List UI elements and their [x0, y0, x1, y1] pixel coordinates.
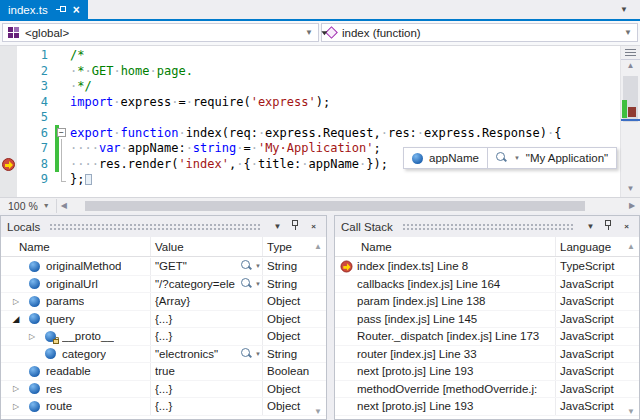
variable-name: originalUrl [46, 278, 98, 290]
stack-frame-row[interactable]: next [proto.js] Line 193JavaScript [335, 398, 639, 416]
datatip-variable[interactable]: appName [404, 148, 487, 168]
scroll-up-icon[interactable]: ▲ [627, 243, 635, 251]
variable-value: "electronics" [155, 348, 241, 360]
chevron-down-icon[interactable]: ▼ [255, 281, 261, 287]
stack-frame-row[interactable]: next [proto.js] Line 193JavaScript [335, 363, 639, 381]
variable-name-cell: ▷res [1, 381, 150, 398]
variable-type-cell: String [262, 258, 310, 275]
expander-icon[interactable]: ▷ [9, 297, 23, 306]
locals-row[interactable]: readabletrueBoolean [1, 363, 326, 381]
stack-frame-row[interactable]: Router._dispatch [index.js] Line 173Java… [335, 328, 639, 346]
column-value[interactable]: Value [150, 237, 262, 256]
variable-value-cell[interactable]: {...} [150, 398, 262, 415]
callstack-title-bar[interactable]: Call Stack ▼ × [335, 216, 639, 237]
column-name[interactable]: Name [1, 241, 150, 253]
pin-icon[interactable] [289, 220, 302, 233]
close-icon[interactable]: × [73, 4, 80, 16]
editor-split-handle-icon[interactable] [621, 46, 640, 60]
variable-value-cell[interactable]: {...} [150, 328, 262, 345]
close-icon[interactable]: × [307, 223, 320, 231]
datatip-value[interactable]: ▼ "My Application" [487, 148, 616, 168]
stack-frame-row[interactable]: callbacks [index.js] Line 164JavaScript [335, 276, 639, 294]
scroll-right-icon[interactable]: ▶ [624, 201, 640, 210]
chevron-down-icon[interactable]: ▼ [255, 351, 261, 357]
scroll-down-icon[interactable]: ▼ [621, 183, 640, 195]
tab-index-ts[interactable]: index.ts × [0, 0, 88, 19]
property-icon [29, 278, 40, 289]
variable-value-cell[interactable]: {...} [150, 381, 262, 398]
code-editor[interactable]: 123456789 − /*·*·GET·home·page.·*/import… [0, 46, 640, 197]
scope-dropdown[interactable]: <global> ▼ [2, 23, 319, 42]
fold-collapse-icon[interactable]: − [57, 128, 66, 137]
variable-value-cell[interactable]: "electronics"▼ [150, 346, 262, 363]
close-icon[interactable]: × [620, 223, 633, 231]
visualizer-control[interactable]: ▼ [241, 278, 262, 290]
stack-frame-row[interactable]: index [index.ts] Line 8TypeScript [335, 258, 639, 276]
visualizer-control[interactable]: ▼ [241, 260, 262, 272]
locals-row[interactable]: ▷__proto__{...}Object [1, 328, 326, 346]
vertical-scrollbar[interactable]: ▲ ▼ [620, 46, 640, 197]
scroll-up-icon[interactable]: ▲ [621, 60, 640, 72]
variable-value-cell[interactable]: true [150, 363, 262, 380]
scrollbar-thumb[interactable] [85, 201, 585, 211]
locals-row[interactable]: originalMethod"GET"▼String [1, 258, 326, 276]
breakpoint-current-statement-icon[interactable] [2, 158, 15, 171]
variable-value-cell[interactable]: {...} [150, 311, 262, 328]
visualizer-control[interactable]: ▼ [241, 348, 262, 360]
member-dropdown[interactable]: index (function) ▼ [321, 23, 638, 42]
chevron-down-icon: ▼ [43, 202, 50, 209]
line-number: 6 [18, 126, 48, 142]
tab-list-dropdown[interactable]: ▼ [608, 0, 640, 19]
scroll-left-icon[interactable]: ◀ [57, 201, 71, 210]
breakpoint-margin[interactable] [0, 46, 17, 197]
magnifier-icon[interactable] [241, 348, 253, 360]
variable-value-cell[interactable]: "GET"▼ [150, 258, 262, 275]
locals-row[interactable]: originalUrl"/?category=ele▼String [1, 276, 326, 294]
locals-row[interactable]: ▷params{Array}Object [1, 293, 326, 311]
window-menu-icon[interactable]: ▼ [584, 222, 597, 231]
stack-frame-row[interactable]: router [index.js] Line 33JavaScript [335, 346, 639, 364]
property-icon [29, 296, 40, 307]
variable-value: {...} [155, 400, 262, 412]
locals-row[interactable]: category"electronics"▼String [1, 346, 326, 364]
variable-value-cell[interactable]: {Array} [150, 293, 262, 310]
expander-icon[interactable]: ▷ [25, 332, 39, 341]
magnifier-icon[interactable] [241, 278, 253, 290]
chevron-down-icon[interactable]: ▼ [514, 155, 520, 161]
stack-frame-row[interactable]: methodOverride [methodOverride.j:JavaScr… [335, 381, 639, 399]
scroll-down-icon[interactable]: ▼ [314, 408, 322, 416]
zoom-level-dropdown[interactable]: 100 % ▼ [2, 199, 57, 213]
callstack-column-header[interactable]: Name Language ▲ [335, 237, 639, 257]
scroll-down-icon[interactable]: ▼ [627, 408, 635, 416]
chevron-down-icon[interactable]: ▼ [255, 263, 261, 269]
locals-title-bar[interactable]: Locals ▼ × [1, 216, 326, 237]
tab-label: index.ts [8, 4, 48, 16]
locals-row[interactable]: ▷route{...}Object [1, 398, 326, 416]
horizontal-scrollbar[interactable] [71, 198, 624, 213]
expander-icon[interactable]: ◢ [9, 314, 23, 324]
pin-icon[interactable] [55, 4, 66, 15]
variable-name-cell: ▷route [1, 398, 150, 415]
column-language[interactable]: Language [555, 237, 623, 256]
frame-language: JavaScript [555, 293, 623, 310]
member-dropdown-label: index (function) [342, 27, 421, 39]
variable-name-cell: ▷params [1, 293, 150, 310]
expander-icon[interactable]: ▷ [9, 402, 23, 411]
window-menu-icon[interactable]: ▼ [271, 222, 284, 231]
code-line: }; [70, 172, 561, 188]
locals-column-header[interactable]: Name Value Type ▲ [1, 237, 326, 257]
callstack-rows: index [index.ts] Line 8TypeScriptcallbac… [335, 258, 639, 419]
scroll-up-icon[interactable]: ▲ [314, 243, 322, 251]
pin-icon[interactable] [602, 220, 615, 233]
locals-row[interactable]: ◢query{...}Object [1, 311, 326, 329]
variable-value-cell[interactable]: "/?category=ele▼ [150, 276, 262, 293]
variable-name-cell: category [1, 346, 150, 363]
expander-icon[interactable]: ▷ [9, 384, 23, 393]
stack-frame-row[interactable]: param [index.js] Line 138JavaScript [335, 293, 639, 311]
locals-row[interactable]: ▷res{...}Object [1, 381, 326, 399]
column-name[interactable]: Name [335, 241, 555, 253]
magnifier-icon[interactable] [496, 152, 508, 164]
magnifier-icon[interactable] [241, 260, 253, 272]
stack-frame-row[interactable]: pass [index.js] Line 145JavaScript [335, 311, 639, 329]
column-type[interactable]: Type [262, 237, 310, 256]
